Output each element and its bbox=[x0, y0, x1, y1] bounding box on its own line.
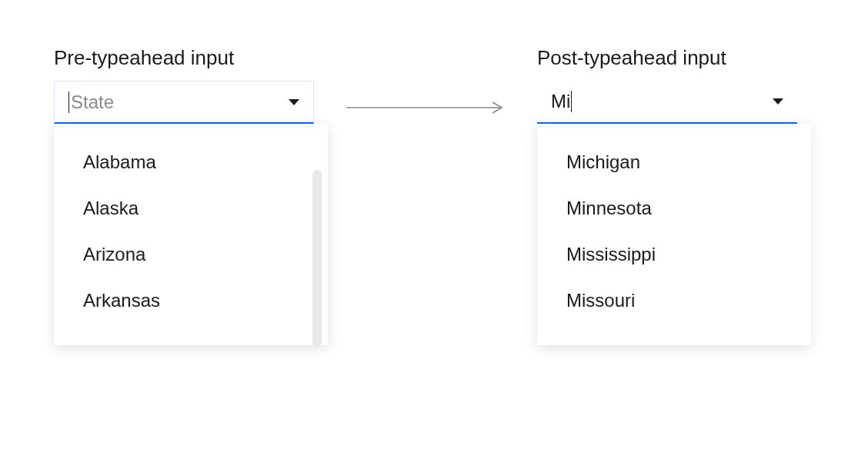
state-select-wrapper-filtered: Mi Michigan Minnesota Mississippi Missou… bbox=[537, 81, 797, 124]
dropdown-option[interactable]: Arizona bbox=[54, 231, 328, 278]
state-dropdown: Alabama Alaska Arizona Arkansas bbox=[54, 124, 328, 345]
dropdown-option[interactable]: Michigan bbox=[537, 139, 811, 185]
text-cursor-icon bbox=[68, 91, 69, 113]
post-typeahead-heading: Post-typeahead input bbox=[537, 46, 797, 70]
state-dropdown-filtered: Michigan Minnesota Mississippi Missouri bbox=[537, 124, 811, 345]
pre-typeahead-heading: Pre-typeahead input bbox=[54, 46, 314, 70]
arrow-right-icon bbox=[345, 100, 506, 115]
chevron-down-icon bbox=[289, 99, 299, 105]
state-select-input-filtered[interactable]: Mi bbox=[537, 81, 797, 124]
dropdown-option[interactable]: Mississippi bbox=[537, 231, 811, 278]
state-select-wrapper: State Alabama Alaska Arizona Arkansas bbox=[54, 81, 314, 124]
post-typeahead-column: Post-typeahead input Mi Michigan Minneso… bbox=[537, 46, 797, 124]
dropdown-option[interactable]: Missouri bbox=[537, 278, 811, 324]
dropdown-option[interactable]: Alabama bbox=[54, 139, 328, 185]
pre-typeahead-column: Pre-typeahead input State Alabama Alaska… bbox=[54, 46, 314, 124]
chevron-down-icon bbox=[773, 98, 783, 105]
state-select-placeholder: State bbox=[68, 91, 114, 113]
state-select-input[interactable]: State bbox=[54, 81, 314, 124]
dropdown-option[interactable]: Arkansas bbox=[54, 278, 328, 324]
dropdown-option[interactable]: Minnesota bbox=[537, 185, 811, 231]
state-select-value: Mi bbox=[551, 91, 572, 112]
arrow-transition bbox=[345, 86, 506, 129]
text-cursor-icon bbox=[571, 91, 572, 112]
scrollbar-thumb[interactable] bbox=[312, 170, 322, 347]
dropdown-option[interactable]: Alaska bbox=[54, 185, 328, 231]
